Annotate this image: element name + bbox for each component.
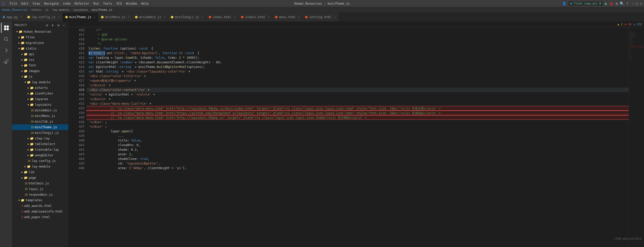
sidebar-folder-page[interactable]: 📁page bbox=[12, 175, 68, 181]
code-line-416[interactable]: /** bbox=[86, 28, 629, 32]
sidebar-file-html5min-js[interactable]: JShtml5min.js bbox=[12, 181, 68, 186]
help-btn[interactable]: ? bbox=[626, 2, 628, 5]
menu-tools[interactable]: Tools bbox=[102, 1, 114, 6]
code-line-433[interactable]: // '<a class="more-menu-item" href="http… bbox=[86, 106, 629, 111]
tab-close[interactable]: ✕ bbox=[298, 15, 300, 19]
sidebar-file-add_employeeinfo-html[interactable]: Hadd_employeeinfo.html bbox=[12, 209, 68, 214]
breadcrumb-static[interactable]: static bbox=[31, 8, 41, 11]
code-line-445[interactable]: id: 'layuiminiBgColor', bbox=[86, 161, 629, 166]
code-line-441[interactable]: closeBtn: 0, bbox=[86, 143, 629, 147]
tab-app-py[interactable]: app.py✕ bbox=[0, 13, 25, 21]
error-badge[interactable]: ⊗ 20 bbox=[625, 23, 631, 26]
code-line-437[interactable]: '</div>' ; bbox=[86, 124, 629, 129]
sidebar-folder-tableSelect[interactable]: 📁tableSelect bbox=[12, 141, 68, 147]
tab-close[interactable]: ✕ bbox=[334, 15, 336, 19]
tab-setting-html[interactable]: setting.html✕ bbox=[303, 13, 338, 21]
locate-btn[interactable]: ⊕ bbox=[50, 23, 55, 28]
breadcrumb-js[interactable]: js bbox=[45, 8, 48, 11]
tab-index-html[interactable]: index.html✕ bbox=[206, 13, 238, 21]
sidebar-folder-lay-module[interactable]: 📁lay-module bbox=[12, 164, 68, 169]
code-line-446[interactable]: area: ['349px', clientHeight + 'px'], bbox=[86, 166, 629, 170]
menu-help[interactable]: Help bbox=[140, 1, 150, 6]
sidebar-folder-treetable-lay[interactable]: 📁treetable-lay bbox=[12, 147, 68, 152]
tab-miniMenu-js[interactable]: miniMenu.js✕ bbox=[98, 13, 132, 21]
code-line-418[interactable]: * @param options bbox=[86, 37, 629, 42]
sidebar-file-add_paper-html[interactable]: Hadd_paper.html bbox=[12, 214, 68, 220]
activity-project[interactable] bbox=[1, 23, 11, 33]
sidebar-file-miniTheme-js[interactable]: JSminiTheme.js bbox=[12, 124, 68, 130]
sidebar-folder-static[interactable]: 📁static bbox=[12, 46, 68, 51]
code-line-435[interactable]: // '<a class="more-menu-item" href="http… bbox=[86, 115, 629, 120]
tab-lay-config-js[interactable]: lay-config.js✕ bbox=[25, 13, 63, 21]
tab-close[interactable]: ✕ bbox=[234, 15, 236, 19]
breadcrumb-file[interactable]: miniTheme.js bbox=[92, 8, 112, 11]
activity-extensions[interactable] bbox=[1, 56, 11, 67]
sidebar-file-lay-config-js[interactable]: JSlay-config.js bbox=[12, 158, 68, 164]
close-panel-btn[interactable]: — bbox=[62, 23, 66, 28]
code-line-420[interactable]: listen: function (options) :void { bbox=[86, 46, 629, 51]
menu-vcs[interactable]: VCS bbox=[115, 1, 124, 6]
tab-miniAdmin-js[interactable]: miniAdmin.js✕ bbox=[132, 13, 168, 21]
sidebar-folder-images[interactable]: 📁images bbox=[12, 68, 68, 74]
tab-miniTongji-js[interactable]: miniTongji.js✕ bbox=[168, 13, 206, 21]
tab-close[interactable]: ✕ bbox=[128, 15, 130, 19]
code-line-443[interactable]: anim: 2, bbox=[86, 152, 629, 157]
menu-file[interactable]: File bbox=[8, 1, 19, 6]
sidebar-file-miniTongji-js[interactable]: JSminiTongji.js bbox=[12, 130, 68, 136]
menu-view[interactable]: View bbox=[31, 1, 42, 6]
sidebar-folder-migrations[interactable]: 📁migrations bbox=[12, 40, 68, 46]
sidebar-folder-font[interactable]: 📁font bbox=[12, 63, 68, 68]
sidebar-folder-lay-module[interactable]: 📁lay-module bbox=[12, 79, 68, 85]
code-line-419[interactable]: */ bbox=[86, 42, 629, 46]
tab-miniTheme-js[interactable]: miniTheme.js✕ bbox=[63, 13, 98, 21]
code-line-442[interactable]: shade: 0.2, bbox=[86, 147, 629, 152]
sidebar-folder-layuimini[interactable]: 📁layuimini bbox=[12, 102, 68, 108]
code-line-421[interactable]: $('body').on('click', '[data-bgcolor]', … bbox=[86, 51, 629, 55]
code-editor[interactable]: /** * 监听 * @param options */ listen: fun… bbox=[86, 27, 629, 247]
sidebar-folder-iconPicker[interactable]: 📁iconPicker bbox=[12, 91, 68, 96]
run-btn[interactable]: ▶ bbox=[605, 2, 607, 6]
menu-navigate[interactable]: Navigate bbox=[43, 1, 61, 6]
tab-close[interactable]: ✕ bbox=[202, 15, 203, 19]
sidebar-folder-lib[interactable]: 📁lib bbox=[12, 169, 68, 175]
code-line-427[interactable]: '<span>配色方案</span>\n' + bbox=[86, 78, 629, 83]
sidebar-file-respondmin-js[interactable]: JSrespondmin.js bbox=[12, 192, 68, 197]
code-line-426[interactable]: '<div class="color-title">\n' + bbox=[86, 74, 629, 78]
sidebar-file-miniMenu-js[interactable]: JSminiMenu.js bbox=[12, 113, 68, 119]
search-btn[interactable]: 🔍 bbox=[620, 2, 624, 6]
sidebar-file-layui-js[interactable]: JSlayui.js bbox=[12, 186, 68, 192]
collapse-all-btn[interactable]: ⊟ bbox=[45, 23, 49, 28]
menu-edit[interactable]: Edit bbox=[20, 1, 30, 6]
debug-btn[interactable]: 🐞 bbox=[609, 2, 614, 6]
close-btn[interactable]: ✕ bbox=[640, 2, 642, 5]
tab-close[interactable]: ✕ bbox=[164, 15, 166, 19]
activity-search[interactable] bbox=[1, 34, 11, 44]
code-line-439[interactable]: ... bbox=[86, 134, 629, 138]
user-icon[interactable]: 👤 bbox=[562, 2, 566, 5]
sidebar-folder-echarts[interactable]: 📁echarts bbox=[12, 85, 68, 91]
sidebar-folder-templates[interactable]: 📁templates bbox=[12, 197, 68, 203]
tab-close[interactable]: ✕ bbox=[268, 15, 270, 19]
code-line-424[interactable]: var bgColorHtml :string = miniTheme.buil… bbox=[86, 65, 629, 69]
settings-btn[interactable]: ⚙ bbox=[616, 2, 618, 6]
run-dropdown[interactable]: ▶ Flask (app.py) ▼ bbox=[568, 1, 603, 6]
breadcrumb-lay-module[interactable]: lay-module bbox=[52, 8, 69, 11]
code-line-417[interactable]: * 监听 bbox=[86, 32, 629, 37]
code-line-428[interactable]: '</div>\n' + bbox=[86, 83, 629, 88]
sidebar-folder-files[interactable]: 📁files bbox=[12, 34, 68, 40]
breadcrumb-layuimini[interactable]: layuimini bbox=[73, 8, 88, 11]
code-line-438[interactable]: layer.open({ bbox=[86, 129, 629, 134]
sidebar-folder-api[interactable]: 📁api bbox=[12, 51, 68, 57]
breadcrumb-root[interactable]: Human_Resources bbox=[2, 8, 27, 11]
tab-close[interactable]: ✕ bbox=[20, 15, 22, 19]
code-line-432[interactable]: '<div class="more-menu-list">\n' + bbox=[86, 101, 629, 106]
sidebar-folder-js[interactable]: 📁js bbox=[12, 74, 68, 79]
menu-refactor[interactable]: Refactor bbox=[73, 1, 91, 6]
code-line-436[interactable]: '</div>' ; bbox=[86, 120, 629, 124]
sidebar-folder-layarea[interactable]: 📁layarea bbox=[12, 96, 68, 102]
minimize-btn[interactable]: — bbox=[632, 2, 634, 5]
menu-run[interactable]: Run bbox=[92, 1, 101, 6]
code-line-423[interactable]: var clientHeight :number = (document.doc… bbox=[86, 60, 629, 65]
maximize-btn[interactable]: □ bbox=[636, 2, 638, 5]
code-line-430[interactable]: '<ul>\n' + bgColorHtml + '</ul>\n' + bbox=[86, 92, 629, 97]
